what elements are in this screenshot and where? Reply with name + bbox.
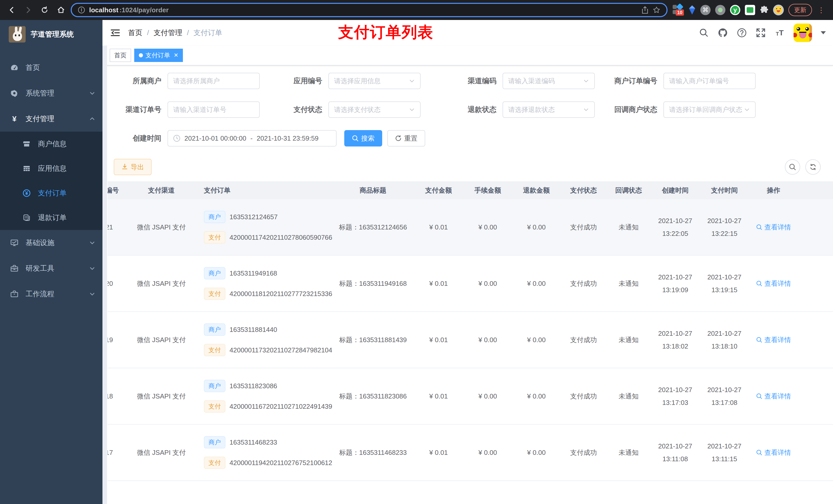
help-icon[interactable] <box>737 28 747 38</box>
export-button[interactable]: 导出 <box>114 159 152 175</box>
merchant-input-field[interactable] <box>173 77 254 85</box>
yen-circle-icon <box>23 189 31 197</box>
sidebar-collapse-icon[interactable] <box>111 28 121 38</box>
github-icon[interactable] <box>718 28 728 38</box>
cell-create-time: 2021-10-27 13:17:03 <box>651 385 700 408</box>
breadcrumb-pay[interactable]: 支付管理 <box>154 28 182 38</box>
channel-code-select[interactable]: 请输入渠道编码 <box>503 73 595 89</box>
merchant-order-no-input[interactable] <box>663 73 756 89</box>
cell-channel: 微信 JSAPI 支付 <box>123 448 200 458</box>
col-notify: 回调状态 <box>606 185 651 195</box>
content-scrollbar[interactable] <box>102 46 107 504</box>
extensions-row: 10 ⌘ y 更新 ⋮ <box>671 4 828 16</box>
dashboard-icon <box>10 64 19 72</box>
view-detail-link[interactable]: 查看详情 <box>749 391 798 401</box>
navbar-actions: TT <box>699 24 826 42</box>
pay-status-select[interactable]: 请选择支付状态 <box>328 101 421 118</box>
bookmark-star-icon[interactable] <box>653 6 660 14</box>
share-icon[interactable] <box>641 6 648 14</box>
view-detail-link[interactable]: 查看详情 <box>749 335 798 345</box>
view-detail-link[interactable]: 查看详情 <box>749 279 798 289</box>
merchant-order-no-field[interactable] <box>669 77 750 85</box>
filter-refund-status: 退款状态 请选择退款状态 <box>466 101 595 118</box>
col-amount: 支付金额 <box>414 185 463 195</box>
date-start[interactable]: 2021-10-01 00:00:00 <box>185 135 246 142</box>
app-logo-row[interactable]: 芋道管理系统 <box>0 20 102 49</box>
date-end[interactable]: 2021-10-31 23:59:59 <box>257 135 318 142</box>
cell-refund: ¥ 0.00 <box>512 279 561 289</box>
refund-status-select[interactable]: 请选择退款状态 <box>503 101 595 118</box>
table-row-partial[interactable]: 商户 1635311351736 <box>108 481 833 504</box>
refresh-icon[interactable] <box>805 159 821 175</box>
cell-pay-time: 2021-10-27 13:17:08 <box>700 385 749 408</box>
sidebar-item-workflow[interactable]: 工作流程 <box>0 281 102 307</box>
command-extension-icon[interactable]: ⌘ <box>700 5 711 15</box>
sketch-extension-icon[interactable] <box>689 5 696 15</box>
breadcrumb-home[interactable]: 首页 <box>128 28 142 38</box>
col-status: 支付状态 <box>561 185 606 195</box>
chrome-menu-icon[interactable]: ⋮ <box>817 6 826 14</box>
chevron-down-icon <box>89 265 95 271</box>
sidebar-item-system[interactable]: 系统管理 <box>0 80 102 106</box>
channel-order-no-field[interactable] <box>173 106 254 114</box>
sidebar-item-pay[interactable]: ¥ 支付管理 <box>0 106 102 131</box>
url-bar[interactable]: localhost:1024/pay/order <box>71 3 668 17</box>
sidebar-item-refund-order[interactable]: 退款订单 <box>0 206 102 230</box>
reload-icon[interactable] <box>38 3 51 17</box>
merchant-input[interactable] <box>168 73 260 89</box>
table-row[interactable]: 17 微信 JSAPI 支付 商户 1635311468233 支付 42000… <box>108 425 833 481</box>
table-row[interactable]: 19 微信 JSAPI 支付 商户 1635311881440 支付 42000… <box>108 312 833 368</box>
cell-id: 17 <box>108 448 123 458</box>
cell-status: 支付成功 <box>561 279 606 289</box>
table-row[interactable]: 20 微信 JSAPI 支付 商户 1635311949168 支付 42000… <box>108 256 833 312</box>
back-icon[interactable] <box>5 3 19 17</box>
reset-button[interactable]: 重置 <box>387 130 425 146</box>
profile-emoji-icon[interactable] <box>773 5 784 15</box>
chat-extension-icon[interactable] <box>745 5 755 15</box>
channel-order-no-input[interactable] <box>168 101 260 118</box>
home-icon[interactable] <box>54 3 68 17</box>
filter-row-2: 渠道订单号 支付状态 请选择支付状态 退款状态 <box>125 101 833 118</box>
view-detail-link[interactable]: 查看详情 <box>749 222 798 232</box>
create-time-range-picker[interactable]: 2021-10-01 00:00:00 - 2021-10-31 23:59:5… <box>168 130 337 146</box>
breadcrumb: 首页 / 支付管理 / 支付订单 <box>128 28 222 38</box>
pay-order-table: 编号 支付渠道 支付订单 商品标题 支付金额 手续金额 退款金额 支付状态 回调… <box>108 181 833 504</box>
extensions-puzzle-icon[interactable] <box>760 6 768 14</box>
tab-close-icon[interactable]: ✕ <box>174 52 178 58</box>
chevron-up-icon <box>89 116 95 122</box>
forward-icon[interactable] <box>22 3 35 17</box>
tab-pay-order[interactable]: 支付订单 ✕ <box>134 49 183 62</box>
pinned-extension-icon[interactable]: 10 <box>673 4 684 16</box>
page-title-annotation: 支付订单列表 <box>338 22 433 43</box>
notify-status-select[interactable]: 请选择订单回调商户状态 <box>663 101 756 118</box>
table-row[interactable]: 18 微信 JSAPI 支付 商户 1635311823086 支付 42000… <box>108 368 833 425</box>
sidebar-item-pay-order[interactable]: 支付订单 <box>0 181 102 206</box>
search-button[interactable]: 搜索 <box>344 130 382 146</box>
y-extension-icon[interactable]: y <box>730 5 740 15</box>
app-select[interactable]: 请选择应用信息 <box>328 73 421 89</box>
sidebar-item-home[interactable]: 首页 <box>0 55 102 80</box>
font-size-icon[interactable]: TT <box>775 28 785 38</box>
avatar-caret-icon[interactable] <box>821 31 826 35</box>
chrome-update-button[interactable]: 更新 <box>788 4 812 16</box>
sidebar-item-devtools[interactable]: 研发工具 <box>0 256 102 281</box>
cell-notify: 未通知 <box>606 222 651 232</box>
col-action: 操作 <box>749 185 798 195</box>
cell-amount: ¥ 0.01 <box>414 448 463 458</box>
fullscreen-icon[interactable] <box>756 28 766 38</box>
recorder-extension-icon[interactable] <box>715 5 725 15</box>
search-icon[interactable] <box>699 28 709 38</box>
toggle-search-icon[interactable] <box>785 159 800 175</box>
cell-amount: ¥ 0.01 <box>414 335 463 345</box>
tab-home[interactable]: 首页 <box>110 49 131 62</box>
merchant-order-no: 1635312124657 <box>230 212 278 222</box>
cell-pay-order: 商户 1635311468233 支付 42000011942021102767… <box>200 436 332 469</box>
sidebar-item-merchant-info[interactable]: 商户信息 <box>0 131 102 156</box>
sidebar-item-infra[interactable]: 基础设施 <box>0 230 102 256</box>
tags-view-bar: 首页 支付订单 ✕ <box>102 46 833 66</box>
user-avatar[interactable] <box>793 24 812 42</box>
view-detail-link[interactable]: 查看详情 <box>749 448 798 458</box>
site-info-icon[interactable] <box>78 6 85 14</box>
sidebar-item-app-info[interactable]: 应用信息 <box>0 156 102 181</box>
table-row[interactable]: 21 微信 JSAPI 支付 商户 1635312124657 支付 42000… <box>108 199 833 256</box>
